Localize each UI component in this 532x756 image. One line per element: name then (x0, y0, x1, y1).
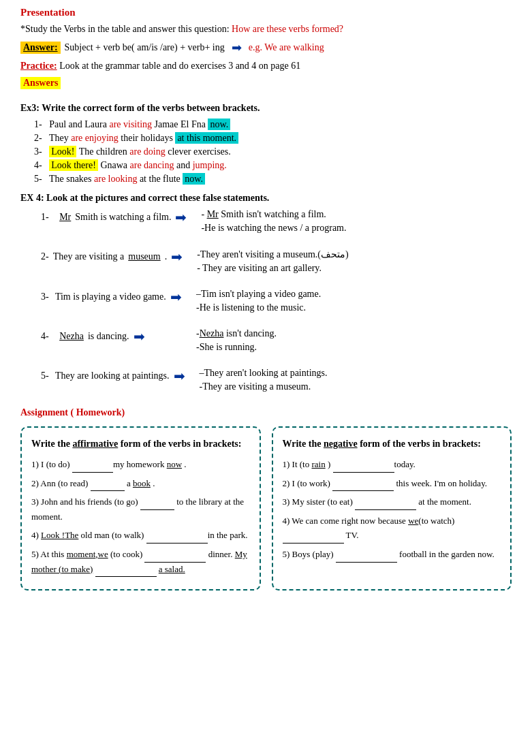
item-num: 3- (34, 146, 42, 157)
blank (333, 458, 394, 473)
item-num: 2- (41, 251, 49, 262)
ex4-line: -He is listening to the music. (196, 302, 512, 313)
highlight-verb: are looking (94, 174, 137, 184)
ex4-left-3: 3- Tim is playing a video game. ➡ (20, 289, 191, 305)
arrow-icon: ➡ (134, 328, 154, 345)
hw-left-item-3: 3) John and his friends (to go) to the l… (31, 495, 250, 524)
blank (336, 548, 397, 563)
homework-section: Write the affirmative form of the verbs … (20, 426, 512, 590)
ex3-list: 1- Paul and Laura are visiting Jamae El … (34, 119, 512, 185)
arrow-icon: ➡ (170, 289, 191, 305)
ex4-line: - They are visiting an art gallery. (197, 263, 512, 274)
hw-right-item-1: 1) It (to rain ) today. (283, 458, 501, 473)
negative-underline: negative (324, 439, 358, 449)
practice-label: Practice: (20, 61, 57, 71)
look-there-highlight: Look there! (49, 159, 98, 171)
study-line: *Study the Verbs in the table and answer… (20, 24, 512, 35)
arrow-icon: ➡ (232, 40, 242, 55)
hw-left-title: Write the affirmative form of the verbs … (31, 436, 250, 452)
item-num: 1- (41, 212, 49, 223)
list-item: 4- Look there! Gnawa are dancing and jum… (34, 160, 512, 171)
answers-label: Answers (20, 77, 61, 89)
arrow-icon: ➡ (171, 249, 191, 265)
ex4-line: - Mr Smith isn't watching a film. (201, 209, 512, 220)
highlight-now2: now. (183, 173, 205, 185)
blank (95, 563, 157, 578)
answer-line: Answer: Subject + verb be( am/is /are) +… (20, 40, 512, 55)
blank (72, 458, 113, 473)
hw-right-item-2: 2) I (to work) this week. I'm on holiday… (283, 477, 501, 492)
ex4-item-3: 3- Tim is playing a video game. ➡ –Tim i… (20, 289, 512, 316)
highlight-now: now. (208, 119, 230, 130)
study-text: *Study the Verbs in the table and answer… (20, 24, 230, 34)
answer-label: Answer: (20, 42, 61, 54)
highlight-verb: are enjoying (71, 133, 119, 143)
ex4-line: -Nezha isn't dancing. (196, 328, 512, 339)
page-content: Presentation *Study the Verbs in the tab… (20, 7, 512, 590)
arrow-icon: ➡ (174, 368, 194, 384)
ex4-line: –Tim isn't playing a video game. (196, 289, 512, 300)
ex4-right-1: - Mr Smith isn't watching a film. -He is… (195, 209, 512, 236)
answer-content: Subject + verb be( am/is /are) + verb+ i… (65, 42, 225, 53)
item-num: 5- (34, 174, 42, 184)
ex4-item-4: 4- Nezha is dancing. ➡ -Nezha isn't danc… (20, 328, 512, 356)
highlight-moment: at this moment. (175, 132, 238, 144)
question-text: How are these verbs formed? (232, 24, 343, 34)
item-num: 3- (41, 292, 49, 302)
highlight-verb: are dancing (130, 160, 174, 170)
item-num: 4- (41, 331, 49, 342)
hw-right-item-3: 3) My sister (to eat) at the moment. (283, 495, 501, 510)
list-item: 3- Look! The children are doing clever e… (34, 146, 512, 157)
blank (140, 495, 174, 510)
ex3-title: Ex3: Write the correct form of the verbs… (20, 103, 512, 114)
blank (146, 529, 208, 544)
hw-right-item-4: 4) We can come right now because we(to w… (283, 514, 501, 544)
mr-underline: Mr (59, 212, 71, 223)
book-underline: book (133, 478, 151, 488)
look-highlight: Look! (49, 146, 76, 157)
ex4-left-4: 4- Nezha is dancing. ➡ (20, 328, 191, 345)
assignment-label: Assignment ( Homework) (20, 407, 512, 418)
item-num: 4- (34, 160, 42, 170)
now-underline: now (167, 459, 182, 469)
nezha-underline: Nezha (59, 331, 84, 342)
blank (355, 495, 416, 510)
highlight-verb: are visiting (109, 119, 152, 129)
hw-right-title: Write the negative form of the verbs in … (283, 436, 501, 452)
ex4-left-2: 2-They are visiting a museum. ➡ (20, 249, 191, 265)
hw-left-item-1: 1) I (to do) my homework now . (31, 458, 250, 473)
ex4-right-3: –Tim isn't playing a video game. -He is … (191, 289, 512, 316)
salad-underline: a salad. (159, 564, 185, 574)
hw-left-item-2: 2) Ann (to read) a book . (31, 477, 250, 492)
hw-right-item-5: 5) Boys (play) football in the garden no… (283, 548, 501, 563)
hw-left-box: Write the affirmative form of the verbs … (20, 426, 261, 590)
ex4-title: EX 4: Look at the pictures and correct t… (20, 193, 512, 204)
museum-underline: museum (128, 251, 160, 262)
blank (332, 477, 394, 492)
practice-content: Look at the grammar table and do exercis… (59, 61, 300, 71)
we-underline: we (98, 549, 108, 559)
ex4-right-4: -Nezha isn't dancing. -She is running. (191, 328, 512, 356)
item-num: 2- (34, 133, 42, 143)
look-underline: Look ! (41, 530, 65, 540)
highlight-verb: are doing (129, 146, 165, 157)
blank (91, 477, 125, 492)
moment-underline: moment (67, 549, 96, 559)
list-item: 2- They are enjoying their holidays at t… (34, 133, 512, 144)
list-item: 1- Paul and Laura are visiting Jamae El … (34, 119, 512, 130)
blank (283, 529, 344, 544)
ex4-line: –They aren't looking at paintings. (200, 368, 512, 379)
presentation-title: Presentation (20, 7, 512, 18)
blank (144, 548, 206, 563)
ex4-right-5: –They aren't looking at paintings. -They… (194, 368, 512, 395)
item-num: 1- (34, 119, 42, 129)
ex4-line: -She is running. (196, 342, 512, 353)
ex4-item-1: 1- Mr Smith is watching a film. ➡ - Mr S… (20, 209, 512, 236)
ex4-right-2: -They aren't visiting a museum.(متحف) - … (191, 249, 512, 277)
list-item: 5- The snakes are looking at the flute n… (34, 174, 512, 185)
affirmative-underline: affirmative (72, 439, 118, 449)
hw-right-box: Write the negative form of the verbs in … (272, 426, 512, 590)
ex4-left-1: 1- Mr Smith is watching a film. ➡ (20, 209, 195, 225)
item-num: 5- (41, 371, 49, 381)
ex4-line: -He is watching the news / a program. (201, 223, 512, 234)
